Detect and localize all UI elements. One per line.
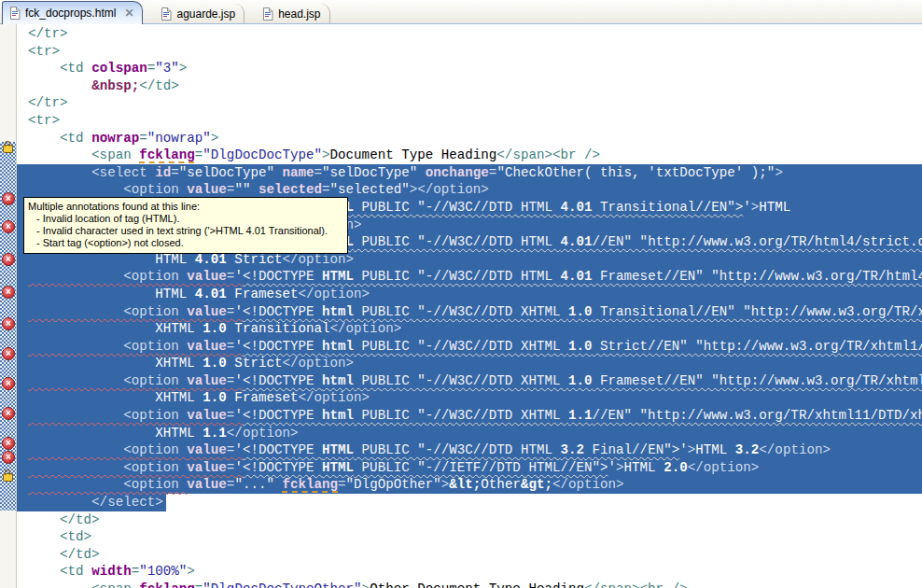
code-line[interactable]: <option value='<!DOCTYPE html PUBLIC "-/… — [17, 303, 922, 321]
code-editor[interactable]: ×××××××××× </tr><tr> <td colspan="3"> &n… — [0, 24, 922, 588]
lock-annotation-icon[interactable] — [3, 473, 13, 482]
error-annotation-icon[interactable]: × — [2, 377, 15, 390]
tab-label: fck_docprops.html — [25, 7, 116, 20]
code-line[interactable]: <td> — [17, 528, 922, 546]
annotation-tooltip: Multiple annotations found at this line:… — [23, 197, 348, 254]
code-line[interactable]: <option value='<!DOCTYPE html PUBLIC "-/… — [17, 372, 922, 390]
code-line[interactable]: <tr> — [17, 43, 922, 61]
tab-label: aguarde.jsp — [176, 7, 235, 21]
tooltip-annotation-item: - Invalid location of tag (HTML). — [28, 213, 343, 225]
code-line[interactable]: XHTML 1.0 Frameset</option> — [17, 389, 922, 407]
error-annotation-icon[interactable]: × — [2, 220, 15, 233]
tab-label: head.jsp — [278, 7, 320, 21]
error-annotation-icon[interactable]: × — [2, 451, 15, 464]
code-line[interactable]: </td> — [17, 511, 922, 529]
code-line[interactable]: <td width="100%"> — [17, 563, 922, 581]
code-line[interactable]: <option value='<!DOCTYPE HTML PUBLIC "-/… — [17, 459, 922, 477]
tooltip-annotation-item: - Start tag (<option>) not closed. — [28, 237, 343, 249]
code-line[interactable]: <tr> — [17, 112, 922, 130]
code-line[interactable]: <option value='<!DOCTYPE html PUBLIC "-/… — [17, 407, 922, 425]
code-line[interactable]: <option value='<!DOCTYPE HTML PUBLIC "-/… — [17, 268, 922, 286]
error-annotation-icon[interactable]: × — [2, 286, 15, 299]
error-annotation-icon[interactable]: × — [2, 347, 15, 360]
tooltip-annotation-item: - Invalid character used in text string … — [28, 225, 343, 237]
tab-close-icon[interactable]: ✕ — [124, 7, 133, 20]
code-line[interactable]: <option value='<!DOCTYPE HTML PUBLIC "-/… — [17, 441, 922, 459]
code-line[interactable]: </select> — [17, 494, 922, 511]
code-line[interactable]: HTML 4.01 Frameset</option> — [17, 286, 922, 303]
code-area[interactable]: </tr><tr> <td colspan="3"> &nbsp;</td></… — [17, 24, 922, 588]
code-line[interactable]: <select id="selDocType" name="selDocType… — [17, 164, 922, 182]
code-line[interactable]: <td colspan="3"> — [17, 60, 922, 77]
code-line[interactable]: XHTML 1.0 Transitional</option> — [17, 320, 922, 338]
code-line[interactable]: <span fcklang="DlgDocDocType">Document T… — [17, 147, 922, 164]
code-line[interactable]: </tr> — [17, 25, 922, 43]
annotation-gutter[interactable]: ×××××××××× — [0, 24, 17, 588]
tab-head-jsp[interactable]: head.jsp — [256, 4, 329, 23]
code-line[interactable]: <td nowrap="nowrap"> — [17, 130, 922, 147]
error-annotation-icon[interactable]: × — [2, 317, 15, 330]
code-line[interactable]: &nbsp;</td> — [17, 77, 922, 95]
code-line[interactable]: </td> — [17, 546, 922, 564]
code-line[interactable]: XHTML 1.0 Strict</option> — [17, 355, 922, 372]
error-annotation-icon[interactable]: × — [2, 437, 15, 450]
code-line[interactable]: <span fcklang="DlgDocDocTypeOther">Other… — [17, 581, 922, 588]
code-line[interactable]: </tr> — [17, 94, 922, 112]
file-icon — [262, 7, 273, 21]
tooltip-title: Multiple annotations found at this line: — [28, 201, 343, 213]
lock-annotation-icon[interactable] — [3, 145, 13, 153]
code-line[interactable]: <option value='<!DOCTYPE html PUBLIC "-/… — [17, 338, 922, 356]
editor-tab-bar: fck_docprops.html✕ aguarde.jsp head.jsp — [0, 0, 922, 24]
eclipse-editor-window: { "tabs": [ {"label": "fck_docprops.html… — [0, 0, 922, 588]
file-icon — [9, 7, 21, 20]
error-annotation-icon[interactable]: × — [2, 253, 15, 266]
tab-aguarde-jsp[interactable]: aguarde.jsp — [154, 4, 244, 23]
code-line[interactable]: <option value="..." fcklang="DlgOpOther"… — [17, 476, 922, 494]
file-icon — [161, 7, 172, 21]
code-line[interactable]: XHTML 1.1</option> — [17, 425, 922, 442]
tab-fck-docprops-html[interactable]: fck_docprops.html✕ — [2, 1, 143, 24]
error-annotation-icon[interactable]: × — [2, 192, 15, 205]
error-annotation-icon[interactable]: × — [2, 407, 15, 420]
